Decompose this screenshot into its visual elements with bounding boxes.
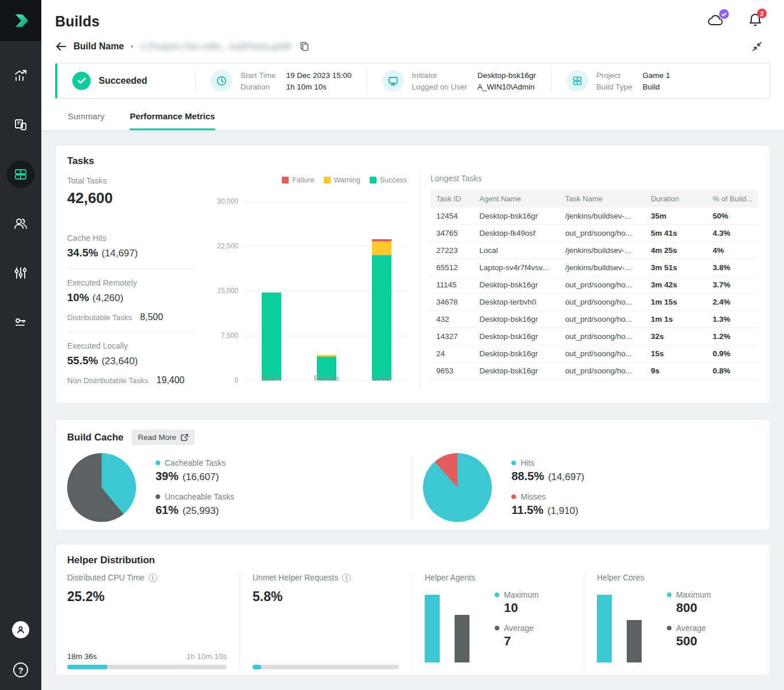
notifications-button[interactable]: 2 xyxy=(748,13,762,30)
status-segment: Succeeded xyxy=(57,70,195,92)
initiator-segment: Initiator Logged on User Desktop-bsk16gr… xyxy=(367,70,551,92)
table-cell: Desktop-bsk16gr xyxy=(473,328,559,345)
table-cell: /jenkins/buildsev-... xyxy=(560,208,645,225)
field-value: Desktop-bsk16gr xyxy=(478,71,536,80)
table-cell: 34678 xyxy=(430,294,473,311)
read-more-button[interactable]: Read More xyxy=(131,430,195,445)
header: Builds 2 xyxy=(41,0,784,131)
copy-icon xyxy=(300,41,309,52)
maximum-label: Maximum xyxy=(504,590,539,599)
info-icon[interactable]: i xyxy=(342,574,351,582)
table-header-row: Task ID Agent Name Task Name Duration % … xyxy=(430,190,758,208)
legend-item: Failure xyxy=(282,176,314,184)
analytics-icon xyxy=(13,68,28,83)
table-cell: 1.3% xyxy=(707,311,758,328)
back-arrow-icon xyxy=(55,42,67,51)
divider xyxy=(67,268,195,269)
cpu-time-elapsed: 18m 36s xyxy=(67,652,97,661)
user-avatar[interactable] xyxy=(12,621,29,638)
table-row[interactable]: 34765Desktop-fk49osfout_prd/soong/ho...5… xyxy=(430,225,758,242)
sidebar-item-analytics[interactable] xyxy=(7,62,34,89)
cpu-time-label: Distributed CPU Time xyxy=(67,573,145,582)
cpu-time-progress-fill xyxy=(67,665,107,669)
tasks-chart-legend: FailureWarningSuccess xyxy=(211,176,413,184)
users-icon xyxy=(13,216,28,231)
table-cell: out_prd/soong/ho... xyxy=(560,311,645,328)
table-cell: 3.7% xyxy=(707,276,758,294)
project-grid-icon xyxy=(566,70,588,92)
red-dot-icon xyxy=(511,494,516,499)
table-cell: 2.4% xyxy=(707,294,758,311)
help-button[interactable]: ? xyxy=(13,662,28,677)
helper-cores-bar-maximum xyxy=(597,595,612,662)
page: ? Builds xyxy=(0,0,784,690)
misses-pct: 11.5% xyxy=(511,504,544,517)
helper-cores-section: Helper Cores Maximum 800 Average 5 xyxy=(584,573,756,669)
cache-hits-pct: 34.5% xyxy=(67,247,98,259)
gray-dot-icon xyxy=(667,626,672,630)
table-row[interactable]: 14327Desktop-bsk16grout_prd/soong/ho...3… xyxy=(430,328,758,345)
stacked-bar[interactable] xyxy=(372,239,391,380)
succeeded-check-icon xyxy=(72,72,91,90)
sidebar-item-agents[interactable] xyxy=(7,111,34,139)
table-cell: 1m 1s xyxy=(645,311,707,328)
legend-item: Success xyxy=(370,176,407,184)
col-agent-name: Agent Name xyxy=(473,190,559,208)
hits-label: Hits xyxy=(521,458,534,467)
table-row[interactable]: 65512Laptop-sv4r7f4vsv.../jenkins/builds… xyxy=(430,259,758,276)
check-icon xyxy=(721,12,727,17)
sidebar-item-license[interactable] xyxy=(7,309,34,336)
cpu-time-value: 25.2% xyxy=(67,589,227,605)
cloud-status-button[interactable] xyxy=(707,13,724,29)
monitor-icon xyxy=(382,70,404,92)
cores-maximum-value: 800 xyxy=(676,601,711,615)
field-label: Build Type xyxy=(596,83,632,91)
cloud-check-badge xyxy=(719,9,729,19)
table-row[interactable]: 432Desktop-bsk16grout_prd/soong/ho...1m … xyxy=(430,311,758,328)
person-icon xyxy=(15,625,26,635)
table-row[interactable]: 27223Local/jenkins/buildsev-...4m 25s4% xyxy=(430,242,758,259)
teal-dot-icon xyxy=(511,461,516,465)
field-value: Game 1 xyxy=(643,71,670,80)
collapse-panel-button[interactable] xyxy=(752,41,770,52)
table-row[interactable]: 11145Desktop-bsk16grout_prd/soong/ho...3… xyxy=(430,276,758,294)
field-label: Project xyxy=(596,71,632,80)
table-cell: 4% xyxy=(707,242,758,259)
table-cell: Desktop-bsk16gr xyxy=(473,208,559,225)
helper-cores-title: Helper Cores xyxy=(597,573,644,582)
back-button[interactable] xyxy=(55,42,67,51)
helper-cores-bar-average xyxy=(627,620,642,662)
average-label: Average xyxy=(676,623,706,633)
table-row[interactable]: 24Desktop-bsk16grout_prd/soong/ho...15s0… xyxy=(430,345,758,362)
unmet-requests-value: 5.8% xyxy=(253,589,399,605)
page-title: Builds xyxy=(55,13,100,30)
app-logo[interactable] xyxy=(0,0,41,41)
distributable-tasks-value: 8,500 xyxy=(140,312,163,322)
table-cell: /jenkins/buildsev-... xyxy=(560,242,645,259)
table-row[interactable]: 34678Desktop-terbvh0out_prd/soong/ho...1… xyxy=(430,294,758,311)
table-cell: Local xyxy=(473,242,559,259)
help-icon: ? xyxy=(18,665,23,675)
tasks-stats: Total Tasks 42,600 Cache Hits 34.5% (14,… xyxy=(67,173,211,395)
sidebar-item-settings[interactable] xyxy=(7,259,34,287)
executed-locally-count: (23,640) xyxy=(102,356,138,367)
table-row[interactable]: 12454Desktop-bsk16gr/jenkins/buildsev-..… xyxy=(430,208,758,225)
tasks-chart-bars xyxy=(244,201,409,380)
cores-average: Average 500 xyxy=(667,623,711,649)
info-icon[interactable]: i xyxy=(149,574,157,582)
copy-path-button[interactable] xyxy=(300,41,309,52)
sidebar-item-users[interactable] xyxy=(7,210,34,237)
helper-cores-bars xyxy=(597,592,642,662)
table-cell: 15s xyxy=(645,345,707,362)
sidebar-item-builds[interactable] xyxy=(7,161,34,188)
table-cell: out_prd/soong/ho... xyxy=(560,276,645,294)
tab-performance-metrics[interactable]: Performance Metrics xyxy=(130,111,215,130)
cache-hits-count: (14,697) xyxy=(102,248,138,259)
table-cell: out_prd/soong/ho... xyxy=(560,225,645,242)
tab-summary[interactable]: Summary xyxy=(68,111,104,130)
table-row[interactable]: 9653Desktop-bsk16grout_prd/soong/ho...9s… xyxy=(430,362,758,380)
build-path-blurred: C:\Program Files (x86)... build\Tasks.go… xyxy=(140,42,292,51)
stacked-bar[interactable] xyxy=(262,293,281,380)
longest-tasks: Longest Tasks Task ID Agent Name Task Na… xyxy=(420,173,758,395)
divider xyxy=(67,332,195,332)
